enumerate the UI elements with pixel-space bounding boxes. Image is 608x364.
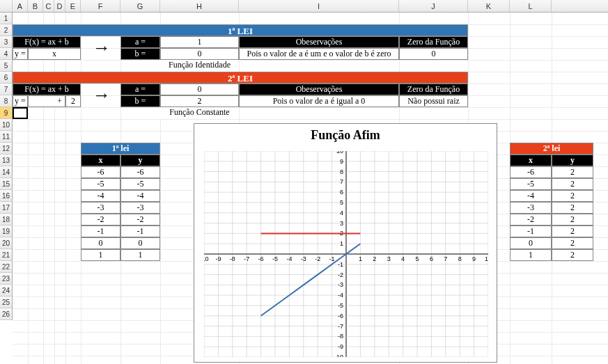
svg-text:-8: -8 xyxy=(230,255,235,262)
table-cell[interactable]: 2 xyxy=(552,178,593,190)
lei2-obs-label: Obeservações xyxy=(239,84,399,95)
table-cell[interactable]: 1 xyxy=(120,249,160,261)
row-header[interactable]: 19 xyxy=(0,225,13,237)
table-cell[interactable]: 2 xyxy=(552,166,593,178)
table-cell[interactable]: -5 xyxy=(510,178,552,190)
svg-text:-5: -5 xyxy=(272,255,278,262)
svg-text:3: 3 xyxy=(340,220,343,227)
row-header[interactable]: 23 xyxy=(0,273,13,285)
row-header[interactable]: 14 xyxy=(0,166,13,178)
lei2-a-value[interactable]: 0 xyxy=(160,84,239,95)
table-cell[interactable]: -6 xyxy=(120,166,160,178)
table-cell[interactable]: -5 xyxy=(81,178,120,190)
row-header[interactable]: 24 xyxy=(0,285,13,296)
table-cell[interactable]: 2 xyxy=(552,225,593,237)
svg-text:-1: -1 xyxy=(329,255,335,262)
row-header[interactable]: 6 xyxy=(0,72,13,84)
row-header[interactable]: 7 xyxy=(0,84,13,95)
lei2-y-value[interactable]: 2 xyxy=(65,95,81,107)
table-cell[interactable]: -6 xyxy=(510,166,552,178)
svg-text:10: 10 xyxy=(336,151,343,155)
active-cell[interactable] xyxy=(13,107,28,119)
lei2-zero-value: Não possui raiz xyxy=(399,95,468,107)
table-cell[interactable]: 0 xyxy=(81,237,120,249)
lei1-a-label: a = xyxy=(120,36,160,48)
table-cell[interactable]: -4 xyxy=(120,190,160,202)
row-header[interactable]: 10 xyxy=(0,119,13,131)
svg-text:10: 10 xyxy=(485,255,488,262)
table-cell[interactable]: -4 xyxy=(81,190,120,202)
svg-text:-6: -6 xyxy=(258,255,264,262)
table-cell[interactable]: 2 xyxy=(552,190,593,202)
svg-text:6: 6 xyxy=(430,255,433,262)
lei2-formula-label: F(x) = ax + b xyxy=(13,84,81,95)
tab1-hy: y xyxy=(120,155,160,166)
svg-text:9: 9 xyxy=(340,158,343,165)
svg-text:1: 1 xyxy=(340,240,343,247)
lei2-b-value[interactable]: 2 xyxy=(160,95,239,107)
table-cell[interactable]: -4 xyxy=(510,190,552,202)
table-cell[interactable]: -2 xyxy=(81,214,120,225)
table-cell[interactable]: -1 xyxy=(510,225,552,237)
tab1-hx: x xyxy=(81,155,120,166)
svg-text:9: 9 xyxy=(472,255,476,262)
table-cell[interactable]: 2 xyxy=(552,214,593,225)
svg-text:6: 6 xyxy=(340,189,343,196)
table-cell[interactable]: -3 xyxy=(510,202,552,214)
row-header[interactable]: 21 xyxy=(0,249,13,261)
row-header[interactable]: 11 xyxy=(0,131,13,143)
table-cell[interactable]: 2 xyxy=(552,237,593,249)
table-cell[interactable]: -2 xyxy=(120,214,160,225)
lei2-banner: 2ª LEI xyxy=(13,72,468,84)
table-cell[interactable]: 2 xyxy=(552,249,593,261)
row-header[interactable]: 20 xyxy=(0,237,13,249)
row-header[interactable]: 18 xyxy=(0,214,13,225)
lei1-b-value[interactable]: 0 xyxy=(160,48,239,60)
table-cell[interactable]: -3 xyxy=(120,202,160,214)
row-header[interactable]: 5 xyxy=(0,60,13,72)
svg-text:7: 7 xyxy=(340,178,343,185)
lei1-func-type: Função Identidade xyxy=(160,60,239,72)
table-cell[interactable]: -5 xyxy=(120,178,160,190)
svg-text:-4: -4 xyxy=(338,292,343,299)
column-headers[interactable]: A B C D E F G H I J K L xyxy=(0,0,608,13)
table-cell[interactable]: 1 xyxy=(510,249,552,261)
svg-text:4: 4 xyxy=(401,255,405,262)
svg-text:2: 2 xyxy=(373,255,376,262)
table-cell[interactable]: -6 xyxy=(81,166,120,178)
row-header[interactable]: 25 xyxy=(0,296,13,308)
chart-plot: -10-9-8-7-6-5-4-3-2-112345678910-10-9-8-… xyxy=(204,151,488,357)
svg-text:-9: -9 xyxy=(338,343,343,350)
table-cell[interactable]: 0 xyxy=(510,237,552,249)
svg-text:3: 3 xyxy=(387,255,391,262)
row-header[interactable]: 3 xyxy=(0,36,13,48)
row-header[interactable]: 22 xyxy=(0,261,13,273)
table-cell[interactable]: -1 xyxy=(120,225,160,237)
arrow-icon: → xyxy=(93,42,111,54)
table-cell[interactable]: -3 xyxy=(81,202,120,214)
row-header[interactable]: 9 xyxy=(0,107,13,119)
table-cell[interactable]: 0 xyxy=(120,237,160,249)
table-cell[interactable]: -1 xyxy=(81,225,120,237)
row-header[interactable]: 26 xyxy=(0,308,13,320)
row-header[interactable]: 12 xyxy=(0,143,13,155)
lei1-a-value[interactable]: 1 xyxy=(160,36,239,48)
row-header[interactable]: 16 xyxy=(0,190,13,202)
row-header[interactable]: 2 xyxy=(0,24,13,36)
lei1-y-value[interactable]: x xyxy=(28,48,81,60)
table-cell[interactable]: -2 xyxy=(510,214,552,225)
lei1-zero-value: 0 xyxy=(399,48,468,60)
row-header[interactable]: 13 xyxy=(0,155,13,166)
row-header[interactable]: 8 xyxy=(0,95,13,107)
svg-text:-3: -3 xyxy=(301,255,306,262)
row-header[interactable]: 4 xyxy=(0,48,13,60)
svg-text:-4: -4 xyxy=(286,255,292,262)
chart-container[interactable]: Função Afim -10-9-8-7-6-5-4-3-2-11234567… xyxy=(194,123,497,363)
row-header[interactable]: 17 xyxy=(0,202,13,214)
table-cell[interactable]: 1 xyxy=(81,249,120,261)
row-header[interactable]: 15 xyxy=(0,178,13,190)
row-header[interactable]: 1 xyxy=(0,13,13,24)
svg-text:-3: -3 xyxy=(338,281,343,288)
row-headers[interactable]: 1234567891011121314151617181920212223242… xyxy=(0,13,13,320)
table-cell[interactable]: 2 xyxy=(552,202,593,214)
